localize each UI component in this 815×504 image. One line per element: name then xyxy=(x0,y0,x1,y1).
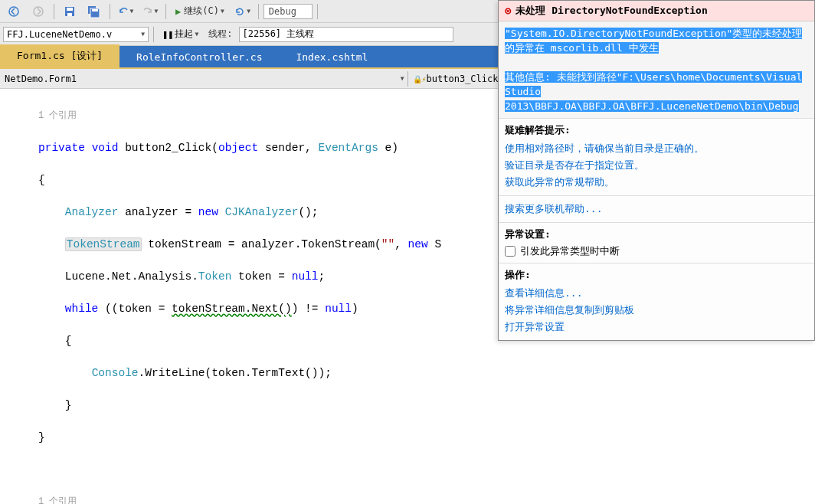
svg-rect-3 xyxy=(67,8,73,11)
svg-rect-4 xyxy=(67,13,72,16)
svg-rect-7 xyxy=(92,9,98,11)
continue-button[interactable]: ▶继续(C)▼ xyxy=(171,2,229,21)
refresh-icon[interactable]: ▼ xyxy=(232,2,254,21)
troubleshoot-link-3[interactable]: 获取此异常的常规帮助。 xyxy=(505,174,808,191)
thread-combo[interactable]: [22556] 主线程 xyxy=(239,27,453,42)
troubleshoot-link-2[interactable]: 验证目录是否存在于指定位置。 xyxy=(505,157,808,174)
svg-point-0 xyxy=(9,7,18,16)
class-combo[interactable]: NetDemo.Form1▼ xyxy=(0,71,408,87)
open-exception-settings-link[interactable]: 打开异常设置 xyxy=(505,319,808,335)
exception-settings-section: 异常设置: 引发此异常类型时中断 xyxy=(499,223,814,263)
search-more-help-link[interactable]: 搜索更多联机帮助... xyxy=(505,201,808,218)
tab-index[interactable]: Index.cshtml xyxy=(279,47,385,67)
actions-title: 操作: xyxy=(505,268,808,282)
thread-label: 线程: xyxy=(205,28,235,41)
nav-back-icon[interactable] xyxy=(3,2,25,21)
continue-label: 继续(C) xyxy=(184,5,219,18)
save-icon[interactable] xyxy=(59,2,80,21)
tab-roleinfo[interactable]: RoleInfoController.cs xyxy=(119,47,279,67)
exception-message: "System.IO.DirectoryNotFoundException"类型… xyxy=(499,21,814,119)
project-combo[interactable]: FFJ.LuceneNetDemo.v▼ xyxy=(3,27,149,42)
exception-helper-panel: ⊗ 未处理 DirectoryNotFoundException "System… xyxy=(498,0,815,341)
tab-form1-design[interactable]: Form1.cs [设计] xyxy=(0,44,119,67)
codelens-ref[interactable]: 1 个引用 xyxy=(38,494,815,504)
undo-icon[interactable]: ▼ xyxy=(115,2,136,21)
break-checkbox-input[interactable] xyxy=(505,246,516,257)
lock-icon xyxy=(413,74,422,84)
suspend-icon[interactable]: ❚❚ 挂起▼ xyxy=(159,25,202,44)
troubleshoot-title: 疑难解答提示: xyxy=(505,123,808,137)
copy-details-link[interactable]: 将异常详细信息复制到剪贴板 xyxy=(505,302,808,319)
troubleshoot-section: 疑难解答提示: 使用相对路径时，请确保当前目录是正确的。 验证目录是否存在于指定… xyxy=(499,119,814,196)
nav-fwd-icon[interactable] xyxy=(28,2,49,21)
save-all-icon[interactable] xyxy=(83,2,105,21)
svg-point-1 xyxy=(34,7,43,16)
redo-icon[interactable]: ▼ xyxy=(139,2,161,21)
settings-title: 异常设置: xyxy=(505,227,808,241)
exception-header: ⊗ 未处理 DirectoryNotFoundException xyxy=(499,1,814,21)
search-section: 搜索更多联机帮助... xyxy=(499,196,814,223)
debug-config-combo[interactable]: Debug xyxy=(263,4,313,19)
troubleshoot-link-1[interactable]: 使用相对路径时，请确保当前目录是正确的。 xyxy=(505,140,808,157)
error-icon: ⊗ xyxy=(505,5,511,17)
break-on-throw-checkbox[interactable]: 引发此异常类型时中断 xyxy=(505,244,808,258)
view-details-link[interactable]: 查看详细信息... xyxy=(505,285,808,302)
break-checkbox-label: 引发此异常类型时中断 xyxy=(520,244,620,258)
actions-section: 操作: 查看详细信息... 将异常详细信息复制到剪贴板 打开异常设置 xyxy=(499,263,814,340)
